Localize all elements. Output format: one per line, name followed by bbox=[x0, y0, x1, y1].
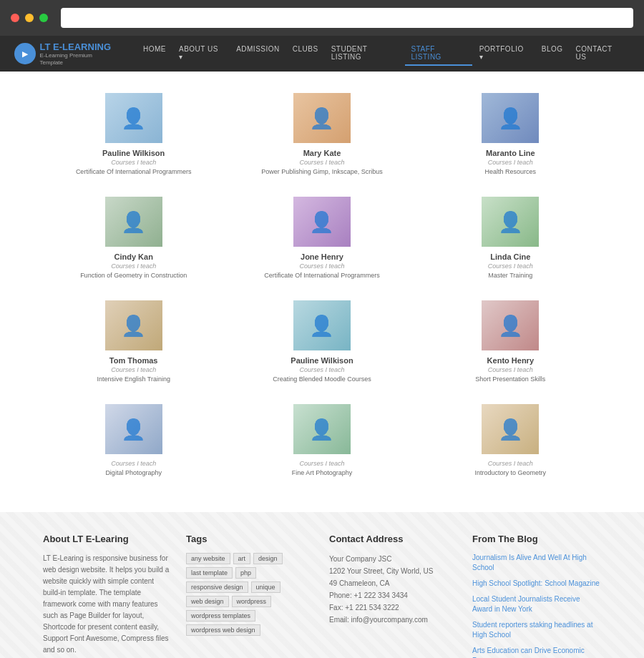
staff-card-5[interactable]: 👤 Jone Henry Courses I teach Certificate… bbox=[231, 190, 412, 286]
footer-contact: Contact Address Your Company JSC 1202 Yo… bbox=[329, 534, 458, 658]
staff-name-5: Jone Henry bbox=[238, 252, 405, 261]
staff-card-6[interactable]: 👤 Linda Cine Courses I teach Master Trai… bbox=[420, 190, 601, 286]
footer-contact-title: Contact Address bbox=[329, 534, 458, 544]
staff-card-8[interactable]: 👤 Pauline Wilkison Courses I teach Creat… bbox=[231, 293, 412, 390]
staff-subtitle-7: Courses I teach bbox=[50, 366, 217, 373]
tag-wordpress[interactable]: wordpress bbox=[232, 596, 272, 607]
blog-link-3[interactable]: Local Student Journalists Receive Award … bbox=[472, 594, 601, 614]
staff-subtitle-3: Courses I teach bbox=[427, 159, 594, 166]
staff-photo-8: 👤 bbox=[293, 300, 351, 350]
staff-course-12: Introductory to Geometry bbox=[427, 469, 594, 476]
tag-php[interactable]: php bbox=[235, 567, 256, 579]
tag-design[interactable]: design bbox=[253, 553, 283, 564]
staff-course-10: Digital Photography bbox=[50, 469, 217, 476]
footer-blog-title: From The Blog bbox=[472, 534, 601, 544]
staff-card-12[interactable]: 👤 Courses I teach Introductory to Geomet… bbox=[420, 397, 601, 483]
nav-home[interactable]: HOME bbox=[137, 41, 172, 66]
tag-wordpress-templates[interactable]: wordpress templates bbox=[186, 610, 255, 622]
staff-course-1: Certificate Of International Programmers bbox=[50, 168, 217, 175]
staff-photo-10: 👤 bbox=[105, 404, 162, 454]
staff-photo-7: 👤 bbox=[105, 300, 162, 350]
staff-subtitle-2: Courses I teach bbox=[238, 159, 405, 166]
main-content: 👤 Pauline Wilkison Courses I teach Certi… bbox=[0, 72, 644, 512]
contact-phone: Phone: +1 222 334 3434 bbox=[329, 589, 458, 601]
staff-name-6: Linda Cine bbox=[427, 252, 594, 261]
address-bar[interactable] bbox=[61, 8, 633, 28]
footer-section: About LT E-Learing LT E-Learing is respo… bbox=[0, 512, 644, 658]
staff-subtitle-6: Courses I teach bbox=[427, 262, 594, 270]
staff-photo-2: 👤 bbox=[293, 93, 351, 143]
nav-clubs[interactable]: CLUBS bbox=[287, 41, 324, 66]
staff-course-11: Fine Art Photography bbox=[238, 469, 405, 476]
staff-photo-3: 👤 bbox=[482, 93, 539, 143]
tag-web-design[interactable]: web design bbox=[186, 596, 229, 607]
footer-tags: Tags any website art design last templat… bbox=[186, 534, 315, 658]
contact-company: Your Company JSC bbox=[329, 553, 458, 565]
staff-name-3: Maranto Line bbox=[427, 149, 594, 157]
staff-photo-12: 👤 bbox=[482, 404, 539, 454]
nav-contact[interactable]: CONTACT US bbox=[570, 41, 630, 66]
tag-last-template[interactable]: last template bbox=[186, 567, 233, 579]
staff-photo-9: 👤 bbox=[482, 300, 539, 350]
staff-subtitle-11: Courses I teach bbox=[238, 460, 405, 467]
logo-icon: ▶ bbox=[14, 43, 36, 64]
staff-subtitle-1: Courses I teach bbox=[50, 159, 217, 166]
tag-any-website[interactable]: any website bbox=[186, 553, 230, 564]
nav-logo[interactable]: ▶ LT E-LEARNING E-Learning Premium Templ… bbox=[14, 41, 116, 67]
nav-blog[interactable]: BLOG bbox=[536, 41, 569, 66]
blog-link-1[interactable]: Journalism Is Alive And Well At High Sch… bbox=[472, 553, 601, 573]
staff-name-9: Kento Henry bbox=[427, 356, 594, 365]
tag-art[interactable]: art bbox=[233, 553, 251, 564]
browser-chrome bbox=[0, 0, 644, 36]
footer-blog: From The Blog Journalism Is Alive And We… bbox=[472, 534, 601, 658]
staff-card-2[interactable]: 👤 Mary Kate Courses I teach Power Publis… bbox=[231, 86, 412, 182]
staff-course-4: Function of Geometry in Construction bbox=[50, 272, 217, 279]
staff-card-1[interactable]: 👤 Pauline Wilkison Courses I teach Certi… bbox=[43, 86, 224, 182]
nav-menu: HOME ABOUT US ▾ ADMISSION CLUBS STUDENT … bbox=[137, 41, 630, 66]
nav-staff-listing[interactable]: STAFF LISTING bbox=[405, 41, 472, 66]
tags-container: any website art design last template php… bbox=[186, 553, 315, 636]
staff-card-11[interactable]: 👤 Courses I teach Fine Art Photography bbox=[231, 397, 412, 483]
staff-photo-4: 👤 bbox=[105, 197, 162, 247]
blog-link-2[interactable]: High School Spotlight: School Magazine bbox=[472, 579, 601, 589]
staff-course-7: Intensive English Training bbox=[50, 375, 217, 383]
navbar: ▶ LT E-LEARNING E-Learning Premium Templ… bbox=[0, 36, 644, 72]
staff-course-3: Health Resources bbox=[427, 168, 594, 175]
staff-photo-5: 👤 bbox=[293, 197, 351, 247]
contact-email: Email: info@yourcompany.com bbox=[329, 614, 458, 626]
blog-links: Journalism Is Alive And Well At High Sch… bbox=[472, 553, 601, 658]
maximize-button[interactable] bbox=[39, 14, 48, 22]
contact-info: Your Company JSC 1202 Your Street, City … bbox=[329, 553, 458, 626]
staff-card-3[interactable]: 👤 Maranto Line Courses I teach Health Re… bbox=[420, 86, 601, 182]
staff-course-5: Certificate Of International Programmers bbox=[238, 272, 405, 279]
staff-card-10[interactable]: 👤 Courses I teach Digital Photography bbox=[43, 397, 224, 483]
staff-name-7: Tom Thomas bbox=[50, 356, 217, 365]
staff-card-7[interactable]: 👤 Tom Thomas Courses I teach Intensive E… bbox=[43, 293, 224, 390]
staff-course-2: Power Publishing Gimp, Inkscape, Scribus bbox=[238, 168, 405, 175]
staff-photo-1: 👤 bbox=[105, 93, 162, 143]
staff-course-8: Creating Blended Moodle Courses bbox=[238, 375, 405, 383]
tag-unique[interactable]: unique bbox=[251, 581, 280, 593]
close-button[interactable] bbox=[11, 14, 19, 22]
nav-portfolio[interactable]: PORTFOLIO ▾ bbox=[474, 41, 535, 66]
minimize-button[interactable] bbox=[25, 14, 34, 22]
nav-about[interactable]: ABOUT US ▾ bbox=[173, 41, 229, 66]
staff-photo-6: 👤 bbox=[482, 197, 539, 247]
staff-card-9[interactable]: 👤 Kento Henry Courses I teach Short Pres… bbox=[420, 293, 601, 390]
staff-name-2: Mary Kate bbox=[238, 149, 405, 157]
contact-address1: 1202 Your Street, City World, US bbox=[329, 565, 458, 577]
nav-admission[interactable]: ADMISSION bbox=[230, 41, 286, 66]
staff-name-4: Cindy Kan bbox=[50, 252, 217, 261]
footer-about: About LT E-Learing LT E-Learing is respo… bbox=[43, 534, 172, 658]
staff-course-6: Master Training bbox=[427, 272, 594, 279]
nav-student-listing[interactable]: STUDENT LISTING bbox=[326, 41, 404, 66]
tag-responsive-design[interactable]: responsive design bbox=[186, 581, 248, 593]
contact-fax: Fax: +1 221 534 3222 bbox=[329, 601, 458, 614]
staff-subtitle-5: Courses I teach bbox=[238, 262, 405, 270]
blog-link-5[interactable]: Arts Education can Drive Economic Progre… bbox=[472, 646, 601, 658]
footer-tags-title: Tags bbox=[186, 534, 315, 544]
tag-wordpress-web-design[interactable]: wordpress web design bbox=[186, 624, 260, 636]
footer-columns: About LT E-Learing LT E-Learing is respo… bbox=[43, 534, 601, 658]
staff-card-4[interactable]: 👤 Cindy Kan Courses I teach Function of … bbox=[43, 190, 224, 286]
blog-link-4[interactable]: Student reporters staking headlines at H… bbox=[472, 620, 601, 640]
